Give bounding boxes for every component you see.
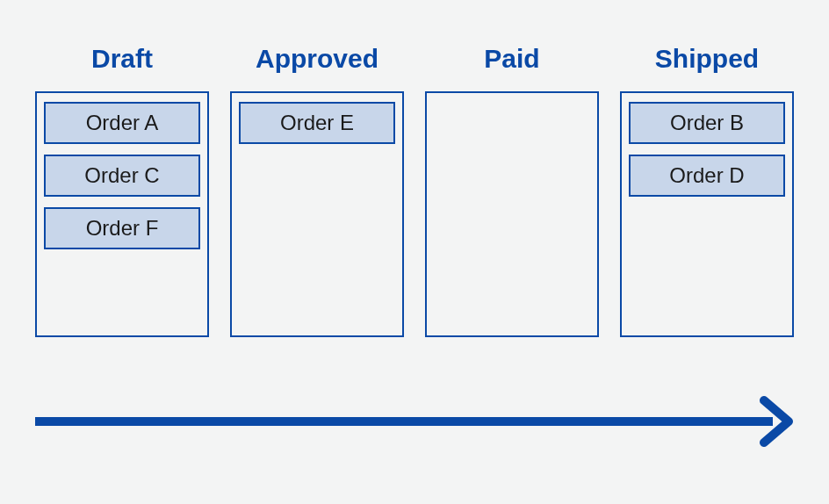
column-header: Approved xyxy=(256,44,378,74)
order-card[interactable]: Order D xyxy=(629,155,785,197)
order-card[interactable]: Order A xyxy=(44,102,200,144)
column-body: Order E xyxy=(230,91,404,337)
column-draft: Draft Order A Order C Order F xyxy=(35,44,209,337)
order-card[interactable]: Order E xyxy=(239,102,395,144)
kanban-board: Draft Order A Order C Order F Approved O… xyxy=(0,0,829,337)
order-card[interactable]: Order F xyxy=(44,207,200,249)
flow-arrow xyxy=(35,395,794,448)
order-card[interactable]: Order C xyxy=(44,155,200,197)
column-body xyxy=(425,91,599,337)
column-approved: Approved Order E xyxy=(230,44,404,337)
arrow-line xyxy=(35,417,773,426)
column-header: Paid xyxy=(484,44,539,74)
column-body: Order B Order D xyxy=(620,91,794,337)
column-shipped: Shipped Order B Order D xyxy=(620,44,794,337)
arrow-right-icon xyxy=(759,395,794,448)
column-paid: Paid xyxy=(425,44,599,337)
column-body: Order A Order C Order F xyxy=(35,91,209,337)
column-header: Draft xyxy=(91,44,153,74)
order-card[interactable]: Order B xyxy=(629,102,785,144)
column-header: Shipped xyxy=(655,44,759,74)
